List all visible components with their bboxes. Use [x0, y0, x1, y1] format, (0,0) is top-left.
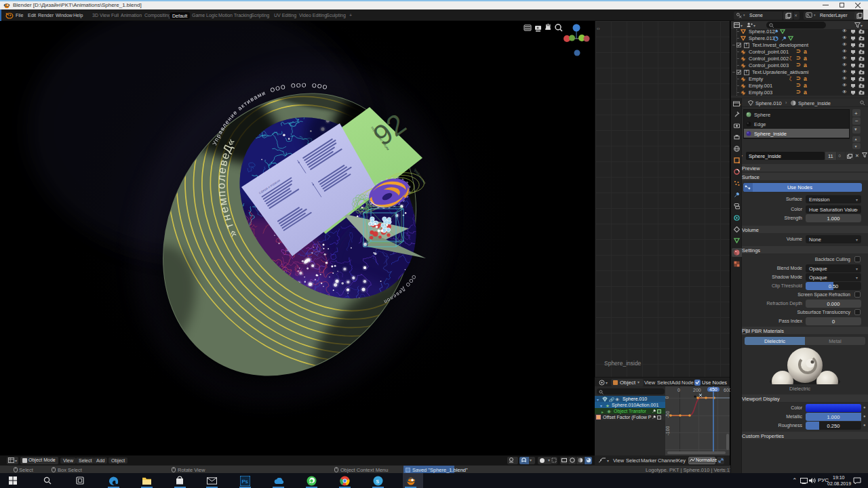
svg-text:м: м [216, 197, 229, 206]
svg-text:л: л [215, 174, 228, 182]
svg-text:п: п [215, 190, 227, 197]
svg-text:s: s [376, 478, 380, 485]
svg-text:о: о [215, 183, 227, 190]
svg-text:Ps: Ps [242, 479, 248, 485]
